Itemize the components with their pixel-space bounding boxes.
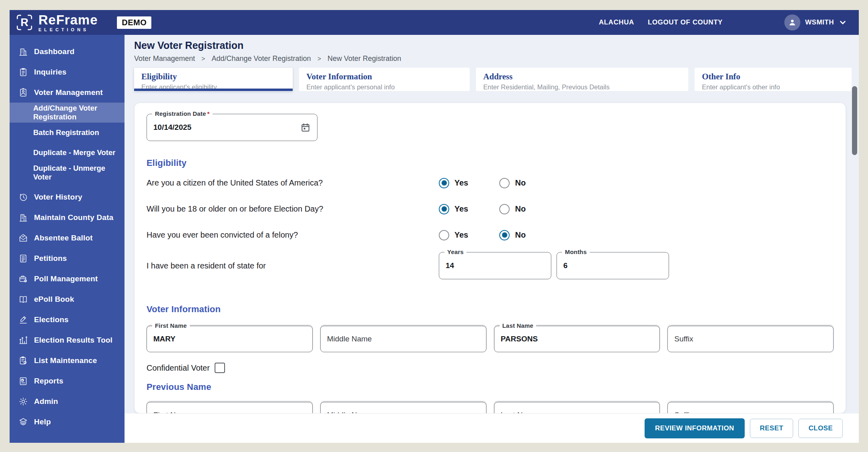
- previous-middle-name-input[interactable]: [321, 402, 486, 414]
- radio-icon[interactable]: [439, 230, 449, 240]
- demo-badge: DEMO: [117, 16, 151, 29]
- sidebar-item-label: Inquiries: [34, 68, 66, 77]
- sidebar-item-label: Help: [34, 418, 51, 426]
- epoll-book-icon: [18, 295, 28, 304]
- sidebar-subitem-label: Duplicate - Merge Voter: [33, 148, 115, 157]
- first-name-input[interactable]: [147, 326, 312, 352]
- last-name-input[interactable]: [494, 326, 660, 352]
- previous-first-name-input[interactable]: [147, 402, 312, 414]
- previous-first-name-field: [147, 402, 313, 414]
- radio-label: No: [515, 230, 526, 240]
- citizen-no-radio[interactable]: No: [499, 178, 526, 188]
- previous-last-name-input[interactable]: [494, 402, 660, 414]
- tab-voter-information[interactable]: Voter Information Enter applicant's pers…: [299, 68, 470, 91]
- sidebar-item-petitions[interactable]: Petitions: [10, 248, 125, 268]
- action-footer: REVIEW INFORMATION RESET CLOSE: [125, 414, 859, 443]
- sidebar-item-label: Voter History: [34, 193, 82, 202]
- sidebar-subitem-add-change-voter-registration[interactable]: Add/Change Voter Registration: [10, 103, 125, 123]
- sidebar-item-list-maintenance[interactable]: List Maintenance: [10, 350, 125, 371]
- tab-other-info[interactable]: Other Info Enter applicant's other info: [695, 68, 852, 91]
- sidebar-item-label: Reports: [34, 377, 63, 385]
- citizen-yes-radio[interactable]: Yes: [439, 178, 468, 188]
- sidebar-item-election-results-tool[interactable]: Election Results Tool: [10, 330, 125, 350]
- sidebar-item-help[interactable]: Help: [10, 412, 125, 432]
- sidebar-item-voter-history[interactable]: Voter History: [10, 187, 125, 207]
- sidebar-subitem-duplicate-unmerge-voter[interactable]: Duplicate - Unmerge Voter: [10, 163, 125, 183]
- sidebar-item-poll-management[interactable]: Poll Management: [10, 268, 125, 289]
- chevron-down-icon[interactable]: [839, 18, 847, 26]
- sidebar-item-voter-management[interactable]: Voter Management: [10, 82, 125, 103]
- breadcrumb-separator: >: [201, 55, 205, 63]
- age-yes-radio[interactable]: Yes: [439, 204, 468, 214]
- reset-button[interactable]: RESET: [750, 419, 794, 438]
- sidebar-item-reports[interactable]: Reports: [10, 371, 125, 391]
- sidebar-item-maintain-county-data[interactable]: Maintain County Data: [10, 207, 125, 228]
- radio-icon[interactable]: [499, 230, 510, 240]
- sidebar-item-absentee-ballot[interactable]: Absentee Ballot: [10, 228, 125, 248]
- previous-middle-name-field: [320, 402, 486, 414]
- brand-logo[interactable]: R ReFrame ELECTIONS: [15, 13, 98, 32]
- sidebar-item-label: Dashboard: [34, 47, 74, 56]
- sidebar-item-elections[interactable]: Elections: [10, 309, 125, 330]
- elections-icon: [18, 315, 28, 325]
- top-header: R ReFrame ELECTIONS DEMO ALACHUA LOGOUT …: [10, 10, 859, 35]
- sidebar-item-dashboard[interactable]: Dashboard: [10, 41, 125, 62]
- breadcrumb-voter-management[interactable]: Voter Management: [134, 54, 195, 63]
- breadcrumb: Voter Management > Add/Change Voter Regi…: [134, 54, 849, 63]
- registration-date-input[interactable]: [147, 114, 300, 141]
- sidebar-item-label: List Maintenance: [34, 356, 97, 365]
- radio-icon[interactable]: [439, 178, 449, 188]
- suffix-input[interactable]: [668, 326, 833, 352]
- sidebar-subitem-label: Batch Registration: [33, 128, 99, 137]
- radio-icon[interactable]: [439, 204, 449, 214]
- inquiries-icon: [18, 67, 28, 77]
- election-results-tool-icon: [18, 335, 28, 345]
- wizard-tabs: Eligibility Enter applicant's eligibilit…: [125, 65, 859, 91]
- previous-name-fields: [147, 402, 834, 414]
- tab-address[interactable]: Address Enter Residential, Mailing, Prev…: [476, 68, 688, 91]
- tab-subtitle: Enter Residential, Mailing, Previous Det…: [483, 83, 681, 91]
- residency-years-input[interactable]: [439, 252, 551, 279]
- main-content: New Voter Registration Voter Management …: [125, 35, 859, 443]
- previous-name-section-heading: Previous Name: [147, 382, 834, 392]
- felony-yes-radio[interactable]: Yes: [439, 230, 468, 240]
- close-button[interactable]: CLOSE: [798, 419, 843, 438]
- months-label: Months: [562, 248, 590, 255]
- felony-no-radio[interactable]: No: [499, 230, 526, 240]
- breadcrumb-add-change-voter-registration[interactable]: Add/Change Voter Registration: [211, 54, 311, 63]
- residency-text: I have been a resident of state for: [147, 261, 439, 270]
- reframe-logo-icon: R: [15, 13, 34, 32]
- admin-icon: [18, 397, 28, 406]
- calendar-icon[interactable]: [300, 122, 311, 133]
- user-name: WSMITH: [805, 18, 834, 26]
- tab-subtitle: Enter applicant's other info: [702, 83, 844, 91]
- vertical-scrollbar[interactable]: [852, 83, 857, 436]
- middle-name-input[interactable]: [321, 326, 486, 352]
- middle-name-field: [320, 326, 486, 352]
- scrollbar-thumb[interactable]: [852, 86, 857, 155]
- logout-county-link[interactable]: LOGOUT OF COUNTY: [648, 18, 723, 26]
- form-card: Registration Date* Eligibility Are you a…: [134, 103, 846, 414]
- review-information-button[interactable]: REVIEW INFORMATION: [645, 418, 745, 438]
- sidebar-subitem-duplicate-merge-voter[interactable]: Duplicate - Merge Voter: [10, 143, 125, 163]
- county-link[interactable]: ALACHUA: [599, 18, 634, 26]
- age-no-radio[interactable]: No: [499, 204, 526, 214]
- sidebar-item-label: ePoll Book: [34, 295, 74, 304]
- question-text: Are you a citizen of the United States o…: [147, 178, 439, 188]
- radio-icon[interactable]: [499, 178, 510, 188]
- confidential-voter-checkbox[interactable]: [215, 363, 225, 373]
- page-title: New Voter Registration: [134, 40, 849, 51]
- residency-months-input[interactable]: [557, 252, 669, 279]
- voter-management-icon: [18, 88, 28, 97]
- sidebar-item-label: Admin: [34, 397, 58, 406]
- previous-suffix-input[interactable]: [668, 402, 833, 414]
- radio-icon[interactable]: [499, 204, 510, 214]
- tab-title: Voter Information: [306, 72, 462, 82]
- sidebar-item-epoll-book[interactable]: ePoll Book: [10, 289, 125, 309]
- tab-eligibility[interactable]: Eligibility Enter applicant's eligibilit…: [134, 68, 293, 91]
- sidebar-item-admin[interactable]: Admin: [10, 391, 125, 412]
- required-asterisk: *: [207, 110, 210, 117]
- user-menu[interactable]: WSMITH: [784, 14, 847, 30]
- sidebar-item-inquiries[interactable]: Inquiries: [10, 62, 125, 82]
- sidebar-subitem-batch-registration[interactable]: Batch Registration: [10, 123, 125, 143]
